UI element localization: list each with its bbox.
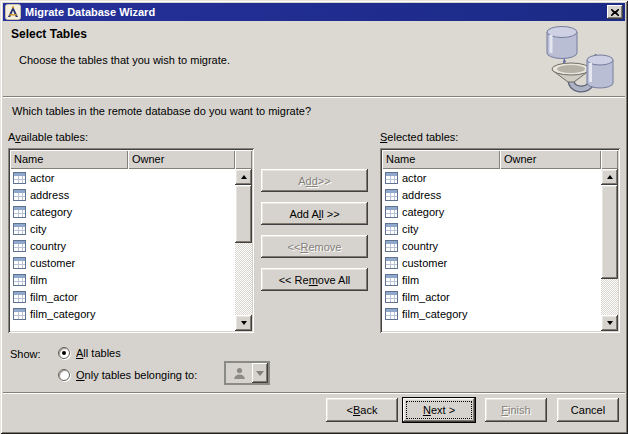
- table-row[interactable]: film_category: [10, 305, 233, 322]
- remove-all-button[interactable]: << Remove All: [261, 268, 368, 291]
- table-icon: [385, 308, 398, 320]
- table-name-cell: customer: [384, 255, 498, 271]
- table-row[interactable]: actor: [382, 169, 599, 186]
- radio-all-tables-label[interactable]: All tables: [76, 347, 121, 359]
- table-row[interactable]: category: [382, 203, 599, 220]
- add-all-button[interactable]: Add All >>: [261, 202, 368, 225]
- selected-list-body: actor: [382, 169, 618, 322]
- header-divider: [3, 96, 625, 98]
- table-name-cell: actor: [384, 170, 498, 186]
- table-name: customer: [402, 257, 447, 269]
- chevron-down-icon[interactable]: [252, 363, 268, 383]
- table-row[interactable]: film_actor: [10, 288, 233, 305]
- scroll-up-icon[interactable]: [235, 169, 252, 185]
- available-list-scrollbar[interactable]: [235, 169, 252, 331]
- scrollbar-track[interactable]: [601, 279, 618, 315]
- table-icon: [13, 257, 26, 269]
- finish-button[interactable]: Finish: [485, 398, 547, 422]
- column-header-name[interactable]: Name: [10, 150, 128, 169]
- available-list-body: actor: [10, 169, 252, 322]
- table-name-cell: film_category: [12, 306, 126, 322]
- owner-combobox[interactable]: [224, 361, 270, 385]
- scrollbar-thumb[interactable]: [601, 185, 618, 279]
- table-name-cell: city: [384, 221, 498, 237]
- table-name: film: [30, 274, 47, 286]
- table-name: customer: [30, 257, 75, 269]
- table-name: film_category: [30, 308, 95, 320]
- cancel-button[interactable]: Cancel: [557, 398, 619, 422]
- window-title: Migrate Database Wizard: [25, 6, 607, 18]
- table-name-cell: city: [12, 221, 126, 237]
- app-icon: [5, 4, 21, 20]
- table-row[interactable]: address: [10, 186, 233, 203]
- selected-tables-list[interactable]: Name Owner: [380, 148, 620, 333]
- table-row[interactable]: city: [10, 220, 233, 237]
- table-icon: [13, 291, 26, 303]
- scroll-down-icon[interactable]: [235, 315, 252, 331]
- table-icon: [385, 274, 398, 286]
- table-row[interactable]: actor: [10, 169, 233, 186]
- table-name: city: [30, 223, 47, 235]
- table-name: film_actor: [402, 291, 450, 303]
- column-header-owner[interactable]: Owner: [500, 150, 601, 169]
- table-name: category: [30, 206, 72, 218]
- page-title: Select Tables: [11, 27, 87, 41]
- table-name-cell: address: [384, 187, 498, 203]
- table-row[interactable]: category: [10, 203, 233, 220]
- scroll-up-icon[interactable]: [601, 169, 618, 185]
- table-name-cell: country: [12, 238, 126, 254]
- footer-divider: [3, 392, 625, 394]
- wizard-header: Select Tables Choose the tables that you…: [3, 21, 625, 96]
- table-row[interactable]: country: [382, 237, 599, 254]
- table-name-cell: film_category: [384, 306, 498, 322]
- table-row[interactable]: country: [10, 237, 233, 254]
- scrollbar-thumb[interactable]: [235, 185, 252, 243]
- radio-only-tables[interactable]: Only tables belonging to:: [58, 369, 197, 381]
- table-name: address: [402, 189, 441, 201]
- question-text: Which tables in the remote database do y…: [12, 105, 311, 117]
- column-header-filler: [601, 150, 618, 169]
- table-name: actor: [402, 172, 426, 184]
- table-name: film_category: [402, 308, 467, 320]
- column-header-name[interactable]: Name: [382, 150, 500, 169]
- close-button[interactable]: [607, 5, 623, 19]
- table-name-cell: film_actor: [12, 289, 126, 305]
- radio-button-icon[interactable]: [58, 347, 70, 359]
- available-tables-list[interactable]: Name Owner: [8, 148, 254, 333]
- table-name: city: [402, 223, 419, 235]
- next-button[interactable]: Next >: [403, 398, 475, 422]
- selected-tables-label: Selected tables:: [380, 131, 458, 143]
- radio-only-tables-label[interactable]: Only tables belonging to:: [76, 369, 197, 381]
- remove-button[interactable]: << Remove: [261, 235, 368, 258]
- table-icon: [385, 223, 398, 235]
- back-button[interactable]: < Back: [326, 398, 398, 422]
- table-row[interactable]: film_category: [382, 305, 599, 322]
- table-name: category: [402, 206, 444, 218]
- table-name-cell: customer: [12, 255, 126, 271]
- table-row[interactable]: film: [382, 271, 599, 288]
- table-row[interactable]: film: [10, 271, 233, 288]
- table-icon: [13, 308, 26, 320]
- available-list-header: Name Owner: [10, 150, 252, 169]
- scrollbar-track[interactable]: [235, 243, 252, 315]
- table-icon: [385, 240, 398, 252]
- table-name-cell: film: [384, 272, 498, 288]
- database-migration-graphic-icon: [535, 22, 617, 96]
- table-name: film: [402, 274, 419, 286]
- radio-button-icon[interactable]: [58, 369, 70, 381]
- table-row[interactable]: address: [382, 186, 599, 203]
- table-row[interactable]: customer: [10, 254, 233, 271]
- selected-list-scrollbar[interactable]: [601, 169, 618, 331]
- add-button[interactable]: Add >>: [261, 169, 368, 192]
- table-row[interactable]: film_actor: [382, 288, 599, 305]
- table-icon: [385, 206, 398, 218]
- column-header-owner[interactable]: Owner: [128, 150, 235, 169]
- table-row[interactable]: customer: [382, 254, 599, 271]
- scroll-down-icon[interactable]: [601, 315, 618, 331]
- title-bar[interactable]: Migrate Database Wizard: [3, 3, 625, 21]
- table-icon: [385, 257, 398, 269]
- table-icon: [13, 206, 26, 218]
- table-row[interactable]: city: [382, 220, 599, 237]
- table-name-cell: category: [12, 204, 126, 220]
- radio-all-tables[interactable]: All tables: [58, 347, 121, 359]
